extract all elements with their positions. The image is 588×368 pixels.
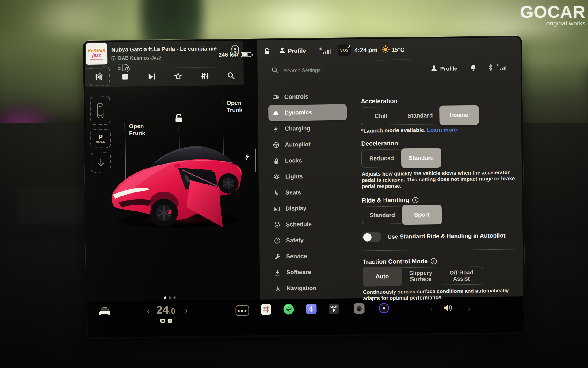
cabin-temperature[interactable]: 24.0 bbox=[156, 304, 175, 317]
sidebar-item-controls[interactable]: Controls bbox=[268, 88, 347, 105]
gear-park-label: P bbox=[98, 134, 103, 140]
page-indicator[interactable] bbox=[164, 296, 176, 299]
car-icon bbox=[273, 110, 279, 116]
ride-option-standard[interactable]: Standard bbox=[362, 206, 403, 224]
bluetooth-icon[interactable] bbox=[488, 64, 493, 72]
profile-icon[interactable] bbox=[279, 47, 285, 55]
sidebar-item-charging[interactable]: Charging bbox=[269, 120, 347, 137]
learn-more-link[interactable]: Learn more. bbox=[427, 126, 459, 133]
autopilot-ride-toggle[interactable] bbox=[362, 232, 381, 242]
sidebar-item-dynamics[interactable]: Dynamics bbox=[268, 104, 347, 121]
page-dot[interactable] bbox=[169, 296, 171, 299]
traction-segmented-control: Auto Slippery Surface Off-Road Assist bbox=[363, 266, 483, 285]
sidebar-item-lights[interactable]: Lights bbox=[269, 168, 348, 185]
settings-panel: Profile E SOS 4:24 pm 15°C Search Settin… bbox=[257, 37, 524, 300]
wrench-icon bbox=[274, 253, 281, 260]
lens-app-icon[interactable] bbox=[379, 303, 389, 313]
svg-text:A: A bbox=[126, 68, 128, 71]
dynamics-settings: Acceleration Chill Standard Insane *Laun… bbox=[361, 86, 524, 302]
radio-app-icon[interactable] bbox=[261, 304, 271, 315]
acceleration-segmented-control: Chill Standard Insane bbox=[361, 106, 479, 125]
sidebar-item-display[interactable]: Display bbox=[269, 200, 348, 217]
sidebar-item-locks[interactable]: Locks bbox=[269, 152, 348, 169]
page-dot[interactable] bbox=[173, 296, 176, 299]
lightning-icon bbox=[273, 126, 279, 132]
page-dot-active[interactable] bbox=[164, 296, 166, 299]
gear-down-arrow[interactable] bbox=[91, 152, 111, 173]
gear-hold-label: HOLD bbox=[96, 140, 105, 143]
sidebar-item-autopilot[interactable]: Autopilot bbox=[269, 136, 347, 153]
sos-button[interactable]: SOS bbox=[338, 44, 351, 56]
media-next-chevron[interactable]: › bbox=[468, 304, 470, 313]
sidebar-item-software[interactable]: Software bbox=[270, 264, 349, 281]
traction-option-slippery[interactable]: Slippery Surface bbox=[401, 267, 440, 285]
stop-button[interactable] bbox=[120, 72, 130, 81]
info-icon[interactable]: i bbox=[431, 258, 437, 264]
sidebar-item-schedule[interactable]: Schedule bbox=[269, 216, 348, 233]
signal-bars-icon bbox=[323, 49, 331, 56]
watermark-brand: GOCAR bbox=[490, 3, 586, 21]
header-profile-label[interactable]: Profile bbox=[440, 65, 457, 72]
sidebar-item-service[interactable]: Service bbox=[270, 248, 349, 265]
sidebar-label: Controls bbox=[284, 93, 308, 100]
spotify-app-icon[interactable] bbox=[283, 304, 294, 314]
unlock-icon[interactable] bbox=[174, 113, 183, 124]
media-prev-chevron[interactable]: ‹ bbox=[430, 304, 433, 314]
climate-control: ‹ 24.0 › bbox=[144, 303, 193, 304]
gear-up-arrow[interactable] bbox=[90, 66, 110, 86]
sidebar-item-safety[interactable]: Safety bbox=[270, 232, 349, 249]
track-info: Nubya Garcia ft.La Perla - Le cumbia me … bbox=[111, 45, 227, 67]
app-dock: ‹ 24.0 › ●●● ‹ bbox=[87, 296, 524, 337]
panel-scrollbar[interactable] bbox=[255, 149, 256, 172]
equalizer-button[interactable] bbox=[199, 71, 210, 80]
open-frunk-control[interactable]: Open Frunk bbox=[124, 120, 149, 137]
volume-button[interactable] bbox=[443, 303, 453, 313]
sos-label: SOS bbox=[340, 48, 348, 52]
sun-icon bbox=[382, 45, 390, 55]
toggle-knob bbox=[363, 233, 372, 241]
profile-label[interactable]: Profile bbox=[288, 48, 306, 55]
toggle-label: Use Standard Ride & Handling in Autopilo… bbox=[388, 232, 506, 240]
sidebar-label: Autopilot bbox=[285, 141, 311, 148]
camera-app-icon[interactable] bbox=[354, 303, 364, 314]
gear-park-hold[interactable]: P HOLD bbox=[90, 129, 111, 148]
next-track-button[interactable] bbox=[146, 72, 157, 81]
sidebar-label: Dynamics bbox=[284, 109, 312, 116]
sidebar-label: Service bbox=[286, 253, 307, 260]
deceleration-title: Deceleration bbox=[361, 138, 522, 147]
temp-up-chevron[interactable]: › bbox=[185, 306, 188, 314]
open-trunk-control[interactable]: Open Trunk bbox=[223, 99, 246, 114]
media-search-button[interactable] bbox=[226, 71, 236, 80]
sidebar-label: Safety bbox=[286, 237, 304, 244]
settings-header: Search Settings Profile E bbox=[257, 60, 522, 81]
unlocked-icon[interactable] bbox=[264, 48, 270, 56]
deceleration-option-standard[interactable]: Standard bbox=[401, 148, 441, 168]
traction-option-auto[interactable]: Auto bbox=[363, 266, 402, 286]
acceleration-option-chill[interactable]: Chill bbox=[361, 107, 401, 125]
notifications-bell-icon[interactable] bbox=[470, 64, 476, 72]
vehicle-status-panel: 246 km A bbox=[85, 40, 260, 301]
sidebar-item-seats[interactable]: Seats bbox=[269, 184, 348, 201]
favorite-star-button[interactable] bbox=[173, 72, 183, 81]
sidebar-item-navigation[interactable]: Navigation bbox=[270, 280, 349, 296]
search-input[interactable]: Search Settings bbox=[284, 67, 321, 74]
deceleration-option-reduced[interactable]: Reduced bbox=[362, 149, 402, 167]
acceleration-option-standard[interactable]: Standard bbox=[400, 107, 440, 124]
karaoke-app-icon[interactable] bbox=[306, 304, 316, 314]
toggle-icon bbox=[273, 94, 279, 100]
album-art[interactable]: KoSMoS jazz bbox=[86, 43, 108, 65]
acceleration-option-insane[interactable]: Insane bbox=[439, 105, 479, 125]
traction-title: Traction Control Mode i bbox=[363, 257, 524, 265]
charge-port-icon[interactable] bbox=[245, 154, 250, 161]
ride-option-sport[interactable]: Sport bbox=[402, 205, 442, 225]
station-logo-underline bbox=[90, 59, 103, 59]
traction-option-offroad[interactable]: Off-Road Assist bbox=[440, 267, 483, 285]
info-icon[interactable]: i bbox=[412, 197, 418, 203]
theater-app-icon[interactable] bbox=[329, 304, 339, 314]
all-apps-button[interactable]: ●●● bbox=[235, 305, 249, 316]
seat-heater-indicators[interactable] bbox=[160, 318, 173, 323]
dab-multiplex-icon[interactable] bbox=[231, 45, 239, 57]
dock-car-button[interactable] bbox=[98, 307, 111, 317]
header-profile-icon[interactable] bbox=[431, 65, 437, 72]
temp-down-chevron[interactable]: ‹ bbox=[147, 307, 150, 315]
